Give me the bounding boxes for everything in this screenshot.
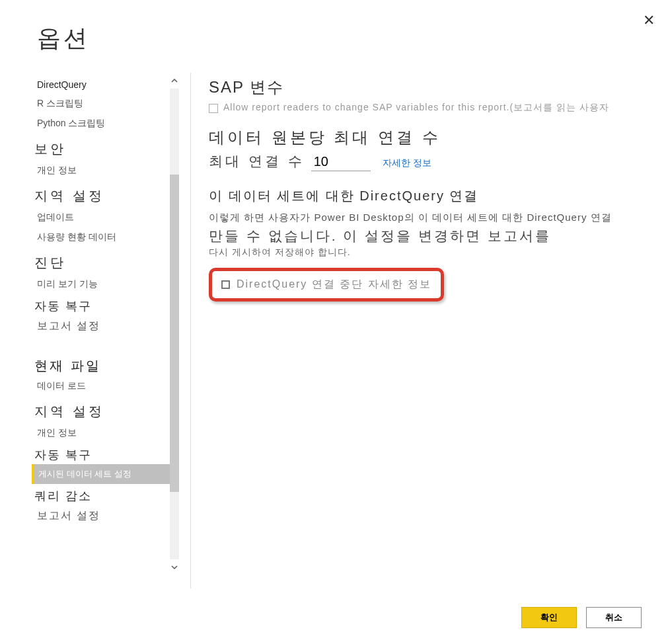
sidebar-item-auto-recovery[interactable]: 자동 복구 xyxy=(32,294,177,315)
sap-checkbox-label: Allow report readers to change SAP varia… xyxy=(223,102,609,114)
sidebar-item-published-dataset-settings[interactable]: 게시된 데이터 세트 설정 xyxy=(32,464,177,484)
sap-checkbox-row: Allow report readers to change SAP varia… xyxy=(209,102,646,114)
scroll-down-icon[interactable] xyxy=(168,559,181,575)
sidebar-heading-security[interactable]: 보안 xyxy=(32,134,177,161)
max-conn-label: 최대 연결 수 xyxy=(209,152,305,171)
sidebar-item-report-settings-2[interactable]: 보고서 설정 xyxy=(32,505,177,527)
sidebar-heading-current-file: 현재 파일 xyxy=(32,353,177,376)
dq-desc-line2: 만들 수 없습니다. 이 설정을 변경하면 보고서를 xyxy=(209,227,646,245)
sap-checkbox[interactable] xyxy=(209,104,218,113)
dq-disconnect-highlight: DirectQuery 연결 중단 자세한 정보 xyxy=(209,268,444,302)
dialog-title: 옵션 xyxy=(37,22,90,55)
ok-button[interactable]: 확인 xyxy=(521,607,577,628)
dq-section-title: 이 데이터 세트에 대한 DirectQuery 연결 xyxy=(209,187,646,205)
sidebar-item-data-load[interactable]: 데이터 로드 xyxy=(32,376,177,396)
max-conn-row: 최대 연결 수 자세한 정보 xyxy=(209,152,646,171)
scroll-up-icon[interactable] xyxy=(168,73,181,89)
dq-disconnect-checkbox[interactable] xyxy=(221,280,230,289)
sidebar-item-privacy-2[interactable]: 개인 정보 xyxy=(32,423,177,443)
dq-desc-line3: 다시 게시하여 저장해야 합니다. xyxy=(209,247,646,259)
max-conn-input[interactable] xyxy=(311,153,371,171)
main-panel: SAP 변수 Allow report readers to change SA… xyxy=(209,73,646,588)
sidebar-heading-diagnostics[interactable]: 진단 xyxy=(32,247,177,274)
footer-buttons: 확인 취소 xyxy=(521,607,642,628)
sidebar-item-usage-data[interactable]: 사용량 현황 데이터 xyxy=(32,227,177,247)
sidebar-item-query-reduce[interactable]: 쿼리 감소 xyxy=(32,484,177,505)
sidebar-scrollbar[interactable] xyxy=(168,73,181,575)
sidebar-item-directquery[interactable]: DirectQuery xyxy=(32,75,177,94)
dq-disconnect-label: DirectQuery 연결 중단 자세한 정보 xyxy=(237,278,431,292)
sidebar-item-privacy[interactable]: 개인 정보 xyxy=(32,161,177,181)
vertical-divider xyxy=(190,73,191,588)
sidebar: DirectQuery R 스크립팅 Python 스크립팅 보안 개인 정보 … xyxy=(32,73,177,575)
sidebar-heading-regional[interactable]: 지역 설정 xyxy=(32,181,177,208)
scroll-track[interactable] xyxy=(170,89,179,559)
cancel-button[interactable]: 취소 xyxy=(586,607,642,628)
sidebar-item-report-settings[interactable]: 보고서 설정 xyxy=(32,315,177,337)
max-conn-more-link[interactable]: 자세한 정보 xyxy=(383,157,431,169)
sidebar-item-auto-recovery-2[interactable]: 자동 복구 xyxy=(32,443,177,464)
content-area: DirectQuery R 스크립팅 Python 스크립팅 보안 개인 정보 … xyxy=(32,73,646,588)
sidebar-item-r-scripting[interactable]: R 스크립팅 xyxy=(32,94,177,114)
scroll-thumb[interactable] xyxy=(170,175,179,492)
sidebar-item-preview-features[interactable]: 미리 보기 기능 xyxy=(32,274,177,294)
sap-section-title: SAP 변수 xyxy=(209,77,646,98)
close-icon[interactable]: ✕ xyxy=(643,12,655,29)
sidebar-heading-regional-2[interactable]: 지역 설정 xyxy=(32,396,177,423)
sidebar-item-python-scripting[interactable]: Python 스크립팅 xyxy=(32,114,177,134)
sidebar-item-update[interactable]: 업데이트 xyxy=(32,208,177,227)
dq-desc-line1: 이렇게 하면 사용자가 Power BI Desktop의 이 데이터 세트에 … xyxy=(209,210,646,225)
max-conn-title: 데이터 원본당 최대 연결 수 xyxy=(209,127,646,148)
